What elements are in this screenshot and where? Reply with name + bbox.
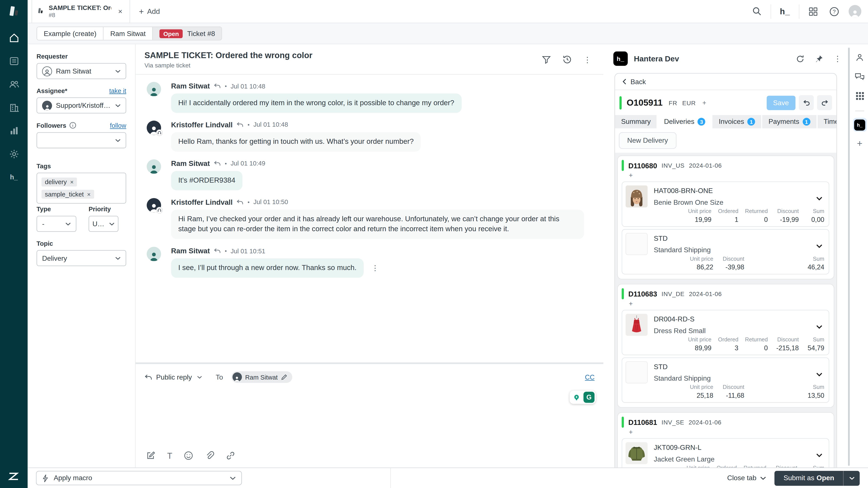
reply-arrow-icon[interactable] xyxy=(214,160,221,166)
search-icon[interactable] xyxy=(750,5,764,18)
reload-app-icon[interactable] xyxy=(796,55,804,63)
breadcrumb-brand[interactable]: Example (create) xyxy=(37,27,104,40)
text-format-icon[interactable]: T xyxy=(167,451,172,460)
nav-admin-icon[interactable] xyxy=(4,144,23,163)
delivery-list: D110680 INV_US 2024-01-06 + HAT008-BRN-O… xyxy=(615,153,836,471)
nav-customers-icon[interactable] xyxy=(4,75,23,94)
pin-app-icon[interactable] xyxy=(815,55,823,63)
message-author[interactable]: Ram Sitwat xyxy=(171,247,210,255)
user-context-icon[interactable] xyxy=(855,53,864,62)
topic-select[interactable]: Delivery xyxy=(36,250,126,266)
chevron-down-icon[interactable] xyxy=(197,376,202,379)
save-button[interactable]: Save xyxy=(767,95,796,110)
shipping-line-card[interactable]: STD Standard Shipping Unit price86,22 Di… xyxy=(622,229,829,274)
remove-tag-icon[interactable]: × xyxy=(70,179,73,186)
shipping-name: Standard Shipping xyxy=(654,246,711,254)
type-select[interactable]: - xyxy=(36,216,76,232)
reply-arrow-icon[interactable] xyxy=(237,122,244,128)
order-add-icon[interactable]: + xyxy=(703,99,706,106)
order-line-card[interactable]: DR004-RD-S Dress Red Small Unit price89,… xyxy=(622,310,829,355)
nav-home-icon[interactable] xyxy=(4,28,23,47)
breadcrumb-requester[interactable]: Ram Sitwat xyxy=(104,27,153,40)
reply-arrow-icon[interactable] xyxy=(214,248,221,254)
message-author[interactable]: Kristoffer Lindvall xyxy=(171,198,232,206)
undo-icon[interactable] xyxy=(799,95,814,110)
order-line-card[interactable]: HAT008-BRN-ONE Benie Brown One Size Unit… xyxy=(622,182,829,227)
expand-chevron-icon[interactable] xyxy=(816,244,823,248)
recipient-pill[interactable]: Ram Sitwat xyxy=(231,371,292,383)
apps-grid-icon[interactable] xyxy=(807,5,820,18)
expand-chevron-icon[interactable] xyxy=(816,453,823,457)
expand-chevron-icon[interactable] xyxy=(816,372,823,377)
hantera-app-button[interactable]: h_ xyxy=(853,118,867,132)
requester-select[interactable]: Ram Sitwat xyxy=(36,63,126,79)
message-author[interactable]: Ram Sitwat xyxy=(171,159,210,167)
tab-deliveries[interactable]: Deliveries 3 xyxy=(658,115,713,128)
new-delivery-button[interactable]: New Delivery xyxy=(619,132,676,149)
nav-hantera-icon[interactable]: h_ xyxy=(4,168,23,187)
breadcrumb-ticket[interactable]: Open Ticket #8 xyxy=(153,27,222,40)
back-button[interactable]: Back xyxy=(615,73,836,90)
add-app-icon[interactable]: + xyxy=(857,139,862,148)
add-tab-button[interactable]: + Add xyxy=(139,7,160,16)
follow-link[interactable]: follow xyxy=(110,122,126,129)
tab-summary[interactable]: Summary xyxy=(615,115,658,128)
redo-icon[interactable] xyxy=(817,95,832,110)
reply-arrow-icon[interactable] xyxy=(237,199,244,205)
submit-button[interactable]: Submit as Open xyxy=(775,470,843,486)
take-it-link[interactable]: take it xyxy=(109,88,126,94)
hantera-workspace-button[interactable]: h_ xyxy=(778,5,792,18)
message-list: Ram Sitwat • Jul 01 10:48 Hi! I accident… xyxy=(135,75,603,362)
close-tab-button[interactable]: Close tab xyxy=(727,474,767,482)
nav-organizations-icon[interactable] xyxy=(4,98,23,117)
assignee-select[interactable]: Support/Kristoffer ... xyxy=(36,97,126,113)
nav-views-icon[interactable] xyxy=(4,52,23,70)
history-icon[interactable] xyxy=(562,55,572,64)
message-menu-icon[interactable]: ⋮ xyxy=(372,265,379,272)
app-menu-icon[interactable]: ⋮ xyxy=(834,55,841,63)
user-avatar[interactable] xyxy=(849,5,862,18)
link-icon[interactable] xyxy=(226,451,235,460)
ticket-tab[interactable]: SAMPLE TICKET: Ordere... #8 × xyxy=(31,0,130,23)
followers-select[interactable] xyxy=(36,132,126,148)
help-icon[interactable]: ? xyxy=(828,5,841,18)
message-author[interactable]: Kristoffer Lindvall xyxy=(171,121,232,129)
nav-reporting-icon[interactable] xyxy=(4,121,23,140)
edit-recipient-icon[interactable] xyxy=(281,374,287,380)
apply-macro-select[interactable]: Apply macro xyxy=(36,471,242,485)
overflow-menu-icon[interactable]: ⋮ xyxy=(584,56,591,63)
reply-mode-select[interactable]: Public reply xyxy=(156,373,192,381)
tags-field[interactable]: delivery × sample_ticket × xyxy=(36,173,126,204)
app-scrollbar[interactable] xyxy=(848,47,850,466)
remove-tag-icon[interactable]: × xyxy=(87,191,91,198)
add-line-icon[interactable]: + xyxy=(629,171,636,180)
suggestion-icon[interactable] xyxy=(571,392,582,403)
emoji-icon[interactable] xyxy=(184,451,193,460)
order-line-card[interactable]: JKT009-GRN-L Jacket Green Large Unit pri… xyxy=(622,438,829,471)
rich-text-icon[interactable] xyxy=(146,451,155,460)
dot-separator: • xyxy=(248,199,250,205)
product-sku: DR004-RD-S xyxy=(654,315,706,323)
reply-arrow-icon[interactable] xyxy=(214,83,221,89)
cc-link[interactable]: CC xyxy=(585,373,595,381)
dot-separator: • xyxy=(225,83,227,89)
attachment-icon[interactable] xyxy=(205,451,214,460)
submit-options-button[interactable] xyxy=(843,470,860,486)
tab-payments[interactable]: Payments 1 xyxy=(762,115,817,128)
apps-tray-icon[interactable] xyxy=(856,92,864,100)
tab-timeline[interactable]: Timeline xyxy=(817,115,837,128)
expand-chevron-icon[interactable] xyxy=(816,325,823,329)
interactions-icon[interactable] xyxy=(855,72,865,82)
message-author[interactable]: Ram Sitwat xyxy=(171,82,210,90)
tab-invoices[interactable]: Invoices 1 xyxy=(713,115,762,128)
tab-close-icon[interactable]: × xyxy=(116,6,125,17)
shipping-line-card[interactable]: STD Standard Shipping Unit price25,18 Di… xyxy=(622,357,829,403)
priority-select[interactable]: Urg... xyxy=(89,216,119,232)
grammarly-icon[interactable]: G xyxy=(584,392,595,403)
tag-chip[interactable]: sample_ticket × xyxy=(41,190,94,199)
expand-chevron-icon[interactable] xyxy=(816,196,823,201)
add-line-icon[interactable]: + xyxy=(629,428,636,436)
tag-chip[interactable]: delivery × xyxy=(41,177,77,187)
add-line-icon[interactable]: + xyxy=(629,300,636,308)
filter-icon[interactable] xyxy=(542,55,551,64)
